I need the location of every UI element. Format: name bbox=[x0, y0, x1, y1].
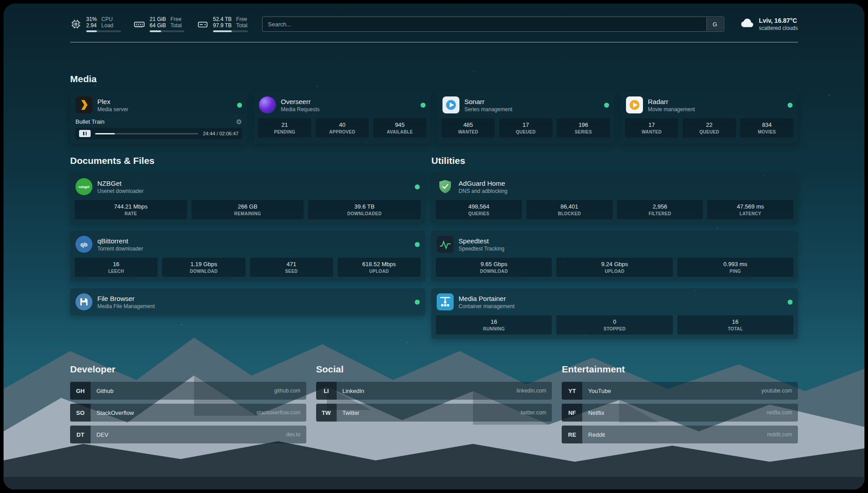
bookmark-name: Github bbox=[96, 388, 113, 394]
section-media: Media Plex Media server bbox=[70, 74, 798, 144]
bookmark-name: LinkedIn bbox=[342, 388, 364, 394]
service-name: Radarr bbox=[648, 98, 695, 105]
stat-box: 196 SERIES bbox=[557, 118, 610, 138]
adguard-icon bbox=[437, 178, 454, 195]
cloud-icon bbox=[739, 17, 755, 31]
stat-box: 471 SEED bbox=[250, 258, 333, 277]
service-desc: Movie management bbox=[648, 106, 695, 113]
header-divider bbox=[70, 42, 798, 42]
bookmark-reddit[interactable]: RE Reddit reddit.com bbox=[562, 426, 798, 443]
service-name: qBittorrent bbox=[97, 237, 143, 245]
plex-now-playing: Bullet Train ⚙ 24:44 / 02:06:47 bbox=[70, 118, 247, 144]
search-provider-button[interactable]: G bbox=[706, 17, 723, 31]
cpu-widget: 31% 2.94 CPU Load bbox=[70, 16, 121, 32]
bookmark-abbr: SO bbox=[70, 404, 91, 422]
section-entertainment: Entertainment YT YouTube youtube.com NF … bbox=[562, 364, 798, 447]
service-name: File Browser bbox=[97, 295, 155, 302]
bookmark-url: netflix.com bbox=[767, 409, 792, 416]
service-card-adguard[interactable]: AdGuard Home DNS and adblocking 498,564 … bbox=[431, 173, 798, 224]
bookmark-abbr: DT bbox=[70, 426, 91, 443]
memory-icon bbox=[134, 18, 145, 30]
bookmark-dev[interactable]: DT DEV dev.to bbox=[70, 426, 306, 443]
service-name: Overseerr bbox=[281, 98, 320, 105]
service-desc: Media Requests bbox=[281, 106, 320, 113]
service-desc: Media File Management bbox=[97, 303, 155, 309]
bookmark-twitter[interactable]: TW Twitter twitter.com bbox=[316, 404, 552, 422]
stat-box: 17 WANTED bbox=[625, 118, 678, 138]
service-card-sonarr[interactable]: Sonarr Series management 485 WANTED 17 Q… bbox=[437, 92, 614, 144]
stat-box: 9.65 Gbps DOWNLOAD bbox=[436, 258, 552, 277]
bookmark-netflix[interactable]: NF Netflix netflix.com bbox=[562, 404, 798, 422]
section-social: Social LI LinkedIn linkedin.com TW Twitt… bbox=[316, 364, 552, 447]
service-card-portainer[interactable]: Media Portainer Container management 16 … bbox=[431, 288, 798, 339]
playback-time: 24:44 / 02:06:47 bbox=[203, 131, 238, 136]
developer-title: Developer bbox=[70, 364, 306, 375]
bookmark-youtube[interactable]: YT YouTube youtube.com bbox=[562, 382, 798, 400]
qbittorrent-icon: qb bbox=[75, 236, 92, 253]
stat-box: 498,564 QUERIES bbox=[436, 200, 522, 219]
disk-icon bbox=[197, 18, 209, 30]
section-developer: Developer GH Github github.com SO StackO… bbox=[70, 364, 306, 447]
service-card-radarr[interactable]: Radarr Movie management 17 WANTED 22 QUE… bbox=[621, 92, 798, 144]
cpu-percent: 31% bbox=[86, 16, 97, 22]
gear-icon[interactable]: ⚙ bbox=[236, 118, 242, 125]
topbar: 31% 2.94 CPU Load bbox=[70, 16, 798, 32]
bookmark-name: StackOverflow bbox=[96, 409, 134, 416]
cpu-icon bbox=[70, 18, 82, 30]
bookmark-name: Netflix bbox=[588, 409, 604, 416]
disk-widget: 52.4 TB 97.9 TB Free Total bbox=[197, 16, 248, 32]
stat-box: 39.6 TB DOWNLOADED bbox=[308, 200, 421, 219]
memory-total-label: Total bbox=[171, 22, 182, 29]
memory-widget: 21 GiB 64 GiB Free Total bbox=[134, 16, 184, 32]
bookmark-abbr: TW bbox=[316, 404, 337, 422]
service-card-speedtest[interactable]: Speedtest Speedtest Tracking 9.65 Gbps D… bbox=[431, 231, 798, 281]
service-name: Sonarr bbox=[464, 98, 512, 105]
dashboard-frame: 31% 2.94 CPU Load bbox=[4, 4, 864, 489]
stat-box: 2,956 FILTERED bbox=[617, 200, 703, 219]
section-utilities: Utilities bbox=[431, 155, 798, 339]
pause-button[interactable] bbox=[79, 130, 91, 137]
playback-progressbar[interactable] bbox=[95, 133, 198, 134]
service-card-filebrowser[interactable]: File Browser Media File Management bbox=[70, 288, 425, 315]
cpu-label: CPU bbox=[101, 16, 113, 22]
memory-progressbar bbox=[150, 30, 184, 32]
bookmark-url: linkedin.com bbox=[517, 388, 547, 394]
service-card-overseerr[interactable]: Overseerr Media Requests 21 PENDING 40 A… bbox=[254, 92, 431, 144]
disk-free-label: Free bbox=[236, 16, 247, 22]
status-dot bbox=[604, 103, 609, 108]
section-documents: Documents & Files nzbget NZBGet Usenet d… bbox=[70, 155, 425, 339]
bookmark-linkedin[interactable]: LI LinkedIn linkedin.com bbox=[316, 382, 552, 400]
filebrowser-icon bbox=[75, 293, 92, 310]
bookmark-stackoverflow[interactable]: SO StackOverflow stackoverflow.com bbox=[70, 404, 306, 422]
bookmark-abbr: YT bbox=[562, 382, 582, 400]
status-dot bbox=[237, 103, 242, 108]
service-desc: Speedtest Tracking bbox=[459, 246, 505, 252]
stat-box: 16 LEECH bbox=[75, 258, 158, 277]
service-desc: Torrent downloader bbox=[97, 246, 143, 252]
bookmark-url: stackoverflow.com bbox=[257, 409, 300, 416]
disk-total: 97.9 TB bbox=[213, 22, 232, 29]
resource-widgets: 31% 2.94 CPU Load bbox=[70, 16, 248, 32]
bookmark-url: twitter.com bbox=[521, 409, 546, 416]
plex-icon bbox=[75, 96, 92, 113]
memory-free-label: Free bbox=[171, 16, 182, 22]
service-card-qbittorrent[interactable]: qb qBittorrent Torrent downloader 16 LEE… bbox=[70, 231, 425, 281]
search-input[interactable] bbox=[262, 17, 724, 32]
service-desc: DNS and adblocking bbox=[459, 188, 507, 194]
bookmark-url: reddit.com bbox=[767, 431, 792, 438]
documents-title: Documents & Files bbox=[70, 155, 425, 166]
stat-box: 744.21 Mbps RATE bbox=[75, 200, 187, 219]
service-desc: Usenet downloader bbox=[97, 188, 143, 194]
entertainment-title: Entertainment bbox=[562, 364, 798, 375]
service-card-nzbget[interactable]: nzbget NZBGet Usenet downloader 744.21 M… bbox=[70, 173, 425, 224]
utilities-title: Utilities bbox=[431, 155, 798, 166]
cpu-progressbar bbox=[86, 30, 121, 32]
service-name: Media Portainer bbox=[459, 295, 514, 302]
weather-widget: Lviv, 16.87°C scattered clouds bbox=[739, 17, 798, 31]
weather-condition: scattered clouds bbox=[759, 25, 798, 31]
cpu-load: 2.94 bbox=[86, 22, 97, 29]
service-card-plex[interactable]: Plex Media server Bullet Train ⚙ bbox=[70, 92, 247, 144]
bookmark-github[interactable]: GH Github github.com bbox=[70, 382, 306, 400]
stat-box: 21 PENDING bbox=[258, 118, 311, 138]
cpu-load-label: Load bbox=[101, 22, 113, 29]
